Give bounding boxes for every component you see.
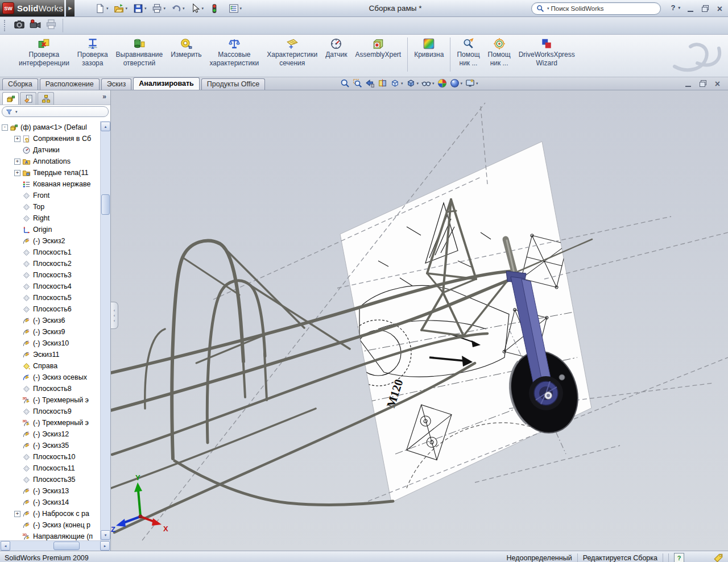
tree-item[interactable]: Плоскость8: [0, 383, 101, 394]
apply-scene-button[interactable]: ▾: [450, 78, 463, 88]
tree-item[interactable]: Front: [0, 190, 101, 201]
zoom-to-fit-button[interactable]: ▾: [340, 78, 350, 88]
zoom-to-area-button[interactable]: ▾: [353, 78, 362, 88]
featuremanager-tab[interactable]: [2, 92, 19, 105]
tree-expander[interactable]: +: [14, 136, 20, 142]
sketch-picture-plane[interactable]: [340, 141, 592, 502]
scroll-left-button[interactable]: ◂: [1, 541, 10, 551]
tree-item[interactable]: Плоскость10: [0, 451, 101, 463]
configurationmanager-tab[interactable]: [38, 92, 54, 105]
doc-minimize-button[interactable]: [685, 79, 691, 89]
clearance-verification-button[interactable]: Проверказазора: [73, 37, 112, 68]
command-tab-3[interactable]: Эскиз: [101, 78, 131, 90]
tree-item[interactable]: (-) Трехмерный э: [0, 417, 101, 428]
assemblyxpert-button[interactable]: AssemblyXpert: [351, 37, 405, 68]
tree-item[interactable]: +Твердые тела(11: [0, 167, 101, 178]
tree-item[interactable]: (-) Эскиз13: [0, 485, 101, 497]
tree-item[interactable]: -(ф) рама<1> (Defaul: [0, 122, 101, 133]
hole-alignment-button[interactable]: Выравниваниеотверстий: [112, 37, 167, 68]
tree-item[interactable]: (-) Эскиз35: [0, 440, 101, 451]
tree-item[interactable]: Плоскость9: [0, 406, 101, 417]
panel-overflow-chevron[interactable]: »: [102, 93, 106, 101]
tree-item[interactable]: (-) Эскиз10: [0, 338, 101, 349]
close-button[interactable]: ×: [717, 6, 722, 13]
tree-expander[interactable]: +: [14, 159, 20, 165]
tree-item[interactable]: Плоскость2: [0, 258, 101, 269]
analysis-assistant-1-button[interactable]: Помощник ...: [453, 37, 483, 68]
tree-item[interactable]: Плоскость5: [0, 292, 101, 303]
measure-button[interactable]: Измерить: [167, 37, 205, 68]
view-orientation-button[interactable]: ▾: [390, 78, 403, 88]
tree-expander[interactable]: +: [14, 511, 20, 517]
tree-item[interactable]: Датчики: [0, 144, 101, 156]
tree-item[interactable]: (-) Трехмерный э: [0, 394, 101, 406]
command-tab-5[interactable]: Продукты Office: [201, 78, 265, 90]
analysis-assistant-2-button[interactable]: Помощник ...: [484, 37, 515, 68]
tree-item[interactable]: Right: [0, 213, 101, 224]
tree-item[interactable]: (-) Эскиз осевых: [0, 372, 101, 383]
sensor-button[interactable]: Датчик: [321, 37, 351, 68]
tree-item[interactable]: Справа: [0, 360, 101, 372]
tree-horizontal-scrollbar[interactable]: ◂ ▸: [0, 540, 110, 551]
toolbar-grip[interactable]: [4, 20, 7, 31]
doc-restore-button[interactable]: [700, 79, 706, 89]
print-capture-button[interactable]: [43, 18, 59, 34]
tree-item[interactable]: Эскиз11: [0, 349, 101, 360]
mass-properties-button[interactable]: Массовыехарактеристики: [205, 37, 263, 68]
restore-button[interactable]: [702, 4, 709, 14]
tree-expander[interactable]: -: [2, 124, 8, 131]
viewport-3d-scene[interactable]: М120: [111, 90, 728, 551]
tree-item[interactable]: Плоскость4: [0, 281, 101, 292]
interference-lights-button[interactable]: ▾: [208, 3, 224, 14]
tree-item[interactable]: Плоскость11: [0, 463, 101, 474]
open-document-button[interactable]: ▾: [113, 3, 129, 14]
tree-item[interactable]: Origin: [0, 224, 101, 235]
horizontal-scroll-thumb[interactable]: [53, 542, 80, 550]
tree-item[interactable]: Кованая нержаве: [0, 178, 101, 190]
minimize-button[interactable]: [688, 4, 693, 14]
tree-item[interactable]: Top: [0, 201, 101, 213]
print-button[interactable]: ▾: [151, 3, 167, 14]
tree-item[interactable]: (-) Эскиз9: [0, 326, 101, 338]
command-tab-4[interactable]: Анализировать: [133, 77, 200, 90]
graphics-area[interactable]: М120: [111, 90, 728, 551]
driveworksxpress-wizard-button[interactable]: DriveWorksXpressWizard: [515, 37, 579, 68]
tree-item[interactable]: Плоскость3: [0, 269, 101, 281]
quick-tips-button[interactable]: ?: [674, 553, 684, 562]
tree-item[interactable]: Плоскость1: [0, 247, 101, 258]
tree-item[interactable]: (-) Эскиз12: [0, 428, 101, 440]
command-tab-2[interactable]: Расположение: [40, 78, 100, 90]
save-button[interactable]: ▾: [132, 3, 148, 14]
tree-item[interactable]: (-) Эскиз2: [0, 235, 101, 247]
section-view-button[interactable]: ▾: [378, 78, 387, 88]
tree-item[interactable]: (-) Эскиз (конец р: [0, 519, 101, 531]
tree-filter-input[interactable]: ▾: [2, 106, 109, 117]
select-button[interactable]: ▾: [189, 3, 205, 14]
menu-flyout-button[interactable]: ▶: [66, 0, 75, 16]
tree-item[interactable]: Плоскость35: [0, 474, 101, 485]
screen-capture-button[interactable]: [11, 18, 27, 34]
view-settings-button[interactable]: ▾: [465, 78, 478, 88]
tree-item[interactable]: +(-) Набросок с ра: [0, 508, 101, 519]
doc-close-button[interactable]: ×: [715, 81, 720, 88]
tree-vertical-scrollbar[interactable]: ▴ ▾: [100, 121, 110, 540]
interference-detection-button[interactable]: Проверкаинтерференции: [15, 37, 73, 68]
propertymanager-tab[interactable]: [20, 92, 36, 105]
edit-appearance-button[interactable]: ▾: [437, 78, 447, 88]
scroll-down-button[interactable]: ▾: [101, 530, 110, 540]
tree-item[interactable]: Плоскость6: [0, 303, 101, 315]
tree-expander[interactable]: +: [14, 170, 20, 176]
hide-show-items-button[interactable]: ▾: [421, 78, 435, 88]
record-video-button[interactable]: [27, 18, 43, 34]
undo-button[interactable]: ▾: [170, 3, 186, 14]
previous-view-button[interactable]: ▾: [365, 78, 375, 88]
tree-item[interactable]: +Сопряжения в Сб: [0, 133, 101, 144]
display-style-button[interactable]: ▾: [406, 78, 419, 88]
tree-item[interactable]: (-) Эскиз14: [0, 497, 101, 508]
tree-item[interactable]: (-) Эскиз6: [0, 315, 101, 326]
search-box[interactable]: ▾ Поиск SolidWorks: [531, 2, 661, 15]
new-document-button[interactable]: ▾: [94, 3, 110, 14]
section-properties-button[interactable]: Характеристикисечения: [263, 37, 321, 68]
vertical-scroll-thumb[interactable]: [101, 194, 110, 215]
tag-button[interactable]: [713, 553, 723, 562]
